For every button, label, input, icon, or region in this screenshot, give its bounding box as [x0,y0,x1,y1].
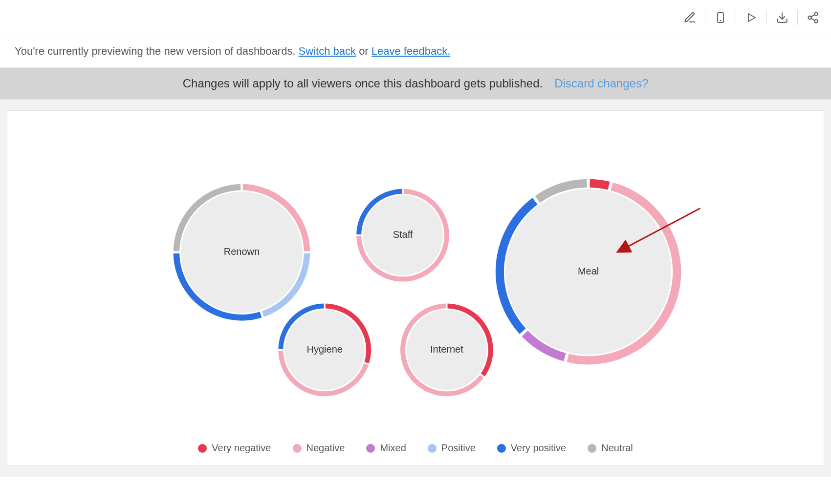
legend-swatch [428,444,437,453]
legend-swatch [366,444,375,453]
donut-label: Internet [430,344,463,355]
preview-banner: You're currently previewing the new vers… [0,35,831,67]
legend-item[interactable]: Very positive [497,442,566,454]
chart-legend: Very negativeNegativeMixedPositiveVery p… [7,442,824,454]
legend-label: Neutral [601,442,633,454]
legend-label: Very positive [511,442,566,454]
legend-item[interactable]: Very negative [198,442,271,454]
donut-staff[interactable]: Staff [356,189,449,282]
donut-label: Meal [578,266,599,276]
donut-label: Hygiene [307,344,343,355]
svg-line-7 [811,18,814,20]
donut-label: Renown [224,246,260,257]
legend-item[interactable]: Positive [428,442,476,454]
share-icon[interactable] [805,9,821,26]
donut-meal[interactable]: Meal [496,179,681,365]
edit-icon[interactable] [681,9,698,26]
publish-banner: Changes will apply to all viewers once t… [0,67,831,100]
preview-banner-or: or [359,45,372,57]
toolbar-separator [705,10,705,25]
toolbar-separator [797,10,798,25]
top-toolbar [0,0,831,35]
chart-card: RenownStaffHygieneInternetMeal Very nega… [7,110,824,466]
legend-item[interactable]: Mixed [366,442,406,454]
leave-feedback-link[interactable]: Leave feedback. [372,45,450,57]
play-icon[interactable] [743,9,760,26]
legend-label: Negative [306,442,345,454]
download-icon[interactable] [774,9,790,26]
legend-item[interactable]: Neutral [588,442,633,454]
publish-banner-message: Changes will apply to all viewers once t… [183,77,543,90]
donut-chart-area: RenownStaffHygieneInternetMeal [7,111,824,466]
discard-changes-link[interactable]: Discard changes? [554,77,648,90]
switch-back-link[interactable]: Switch back [299,45,356,57]
legend-label: Positive [441,442,476,454]
legend-swatch [588,444,596,453]
donut-renown[interactable]: Renown [174,184,310,321]
legend-swatch [293,444,302,453]
donut-label: Staff [393,229,413,240]
page-body: RenownStaffHygieneInternetMeal Very nega… [0,100,831,477]
legend-swatch [497,444,506,453]
donut-hygiene[interactable]: Hygiene [278,304,371,397]
svg-rect-0 [718,13,723,22]
donut-segment[interactable] [590,179,610,190]
toolbar-separator [766,10,767,25]
mobile-icon[interactable] [712,9,729,26]
donut-internet[interactable]: Internet [400,304,493,397]
legend-label: Very negative [212,442,271,454]
svg-line-8 [811,15,814,17]
legend-swatch [198,444,207,453]
toolbar-separator [736,10,736,25]
preview-banner-text: You're currently previewing the new vers… [15,45,299,57]
legend-label: Mixed [380,442,406,454]
legend-item[interactable]: Negative [293,442,345,454]
svg-marker-2 [748,14,755,21]
